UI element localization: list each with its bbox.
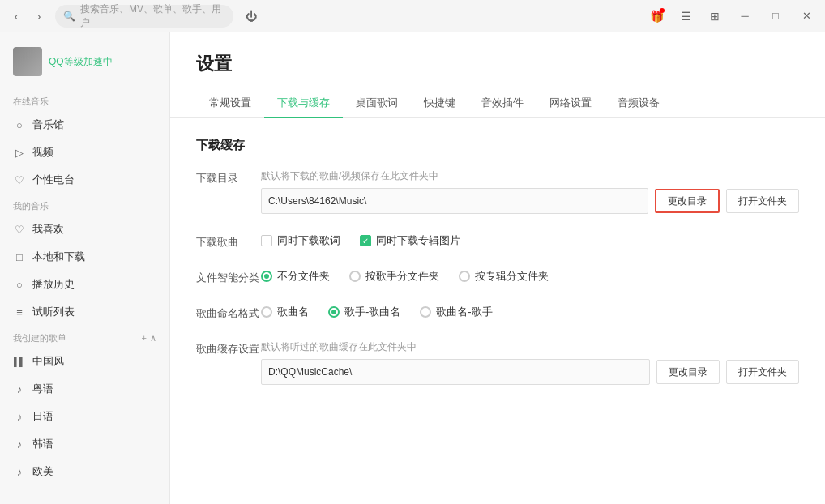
sidebar-item-japanese[interactable]: ♪ 日语: [0, 403, 169, 430]
setting-row-download-song: 下载歌曲 同时下载歌词 ✓ 同时下载专辑图片: [196, 233, 799, 250]
download-dir-path-box: C:\Users\84162\Music\: [261, 188, 648, 214]
no-folder-radio[interactable]: [261, 271, 272, 282]
sidebar-item-music-hall[interactable]: ○ 音乐馆: [0, 111, 169, 139]
add-playlist-button[interactable]: +: [142, 333, 147, 344]
tab-shortcuts[interactable]: 快捷键: [411, 89, 468, 118]
titlebar-right: 🎁 ☰ ⊞ ─ □ ✕: [645, 5, 819, 28]
power-icon[interactable]: ⏻: [240, 5, 263, 28]
list-icon: ≡: [13, 305, 26, 318]
sidebar-item-playlist[interactable]: ≡ 试听列表: [0, 298, 169, 326]
menu-icon[interactable]: ☰: [674, 5, 697, 28]
sidebar-item-local-download[interactable]: □ 本地和下载: [0, 243, 169, 271]
sidebar-item-cantonese[interactable]: ♪ 粤语: [0, 375, 169, 403]
tab-audio-device[interactable]: 音频设备: [605, 89, 673, 118]
tab-content-download: 下载缓存 下载目录 默认将下载的歌曲/视频保存在此文件夹中 C:\Users\8…: [170, 118, 825, 504]
sidebar-item-korean[interactable]: ♪ 韩语: [0, 430, 169, 458]
collapse-button[interactable]: ∧: [150, 333, 156, 344]
my-playlists-section-header: 我创建的歌单 + ∧: [0, 326, 169, 348]
close-button[interactable]: ✕: [794, 5, 819, 28]
by-artist-label: 按歌手分文件夹: [365, 269, 439, 284]
by-artist-radio[interactable]: [349, 271, 361, 282]
app-body: QQ等级加速中 在线音乐 ○ 音乐馆 ▷ 视频 ♡ 个性电台 我的音乐 ♡ 我喜…: [0, 32, 825, 504]
change-dir-button[interactable]: 更改目录: [655, 189, 720, 213]
tab-audio-plugins[interactable]: 音效插件: [468, 89, 536, 118]
main-content: 设置 常规设置 下载与缓存 桌面歌词 快捷键 音效插件 网络设置 音频设备 下载…: [170, 32, 825, 504]
cache-dir-label: 歌曲缓存设置: [196, 340, 261, 357]
download-icon: □: [13, 250, 26, 263]
sidebar-item-video[interactable]: ▷ 视频: [0, 139, 169, 166]
download-options-row: 同时下载歌词 ✓ 同时下载专辑图片: [261, 233, 799, 248]
format-name-artist-radio[interactable]: [420, 306, 431, 318]
playlist-actions: + ∧: [142, 333, 156, 344]
music-icon-3: ♪: [13, 438, 26, 451]
sidebar-item-western[interactable]: ♪ 欧美: [0, 458, 169, 485]
by-album-option[interactable]: 按专辑分文件夹: [459, 269, 549, 284]
sidebar-item-label: 本地和下载: [32, 250, 85, 264]
format-name-only-radio[interactable]: [261, 306, 272, 318]
sidebar-item-radio[interactable]: ♡ 个性电台: [0, 166, 169, 194]
cache-dir-path-row: D:\QQMusicCache\ 更改目录 打开文件夹: [261, 359, 799, 385]
by-album-label: 按专辑分文件夹: [475, 269, 549, 284]
layout-icon[interactable]: ⊞: [703, 5, 726, 28]
file-category-body: 不分文件夹 按歌手分文件夹 按专辑分文件夹: [261, 269, 799, 284]
download-album-art-checkbox[interactable]: ✓: [360, 235, 371, 246]
file-category-label: 文件智能分类: [196, 269, 261, 285]
no-folder-label: 不分文件夹: [277, 269, 330, 284]
titlebar-left: ‹ › 🔍 搜索音乐、MV、歌单、歌手、用户 ⏻: [6, 5, 263, 28]
sidebar-item-label: 中国风: [32, 354, 64, 369]
download-album-art-option[interactable]: ✓ 同时下载专辑图片: [360, 233, 460, 248]
maximize-button[interactable]: □: [763, 5, 788, 28]
song-format-options: 歌曲名 歌手-歌曲名 歌曲名-歌手: [261, 305, 799, 319]
tab-network[interactable]: 网络设置: [536, 89, 605, 118]
setting-row-cache-dir: 歌曲缓存设置 默认将听过的歌曲缓存在此文件夹中 D:\QQMusicCache\…: [196, 340, 799, 385]
format-name-artist-option[interactable]: 歌曲名-歌手: [420, 305, 492, 319]
chart-icon: ▌▌: [13, 355, 26, 368]
download-lyrics-option[interactable]: 同时下载歌词: [261, 233, 340, 248]
my-playlists-title: 我创建的歌单: [13, 332, 66, 344]
open-dir-button[interactable]: 打开文件夹: [726, 189, 799, 213]
format-name-only-label: 歌曲名: [277, 305, 309, 319]
format-artist-name-radio[interactable]: [328, 306, 340, 318]
radio-icon: ♡: [13, 173, 26, 186]
cache-dir-path-text: D:\QQMusicCache\: [268, 366, 352, 378]
user-profile[interactable]: QQ等级加速中: [0, 41, 169, 89]
download-dir-path-row: C:\Users\84162\Music\ 更改目录 打开文件夹: [261, 188, 799, 214]
music-icon-4: ♪: [13, 465, 26, 478]
nav-forward-button[interactable]: ›: [29, 6, 49, 26]
notification-dot: [660, 8, 665, 13]
search-placeholder: 搜索音乐、MV、歌单、歌手、用户: [80, 2, 225, 30]
search-bar[interactable]: 🔍 搜索音乐、MV、歌单、歌手、用户: [55, 5, 233, 28]
nav-buttons: ‹ ›: [6, 6, 49, 26]
by-artist-option[interactable]: 按歌手分文件夹: [349, 269, 439, 284]
download-album-art-label: 同时下载专辑图片: [376, 233, 460, 248]
minimize-button[interactable]: ─: [733, 5, 757, 28]
gift-icon[interactable]: 🎁: [645, 5, 668, 28]
tab-desktop-lyrics[interactable]: 桌面歌词: [343, 89, 411, 118]
section-title-download-cache: 下载缓存: [196, 138, 799, 153]
my-music-section-title: 我的音乐: [0, 194, 169, 216]
format-artist-name-label: 歌手-歌曲名: [344, 305, 400, 319]
download-dir-desc: 默认将下载的歌曲/视频保存在此文件夹中: [261, 169, 799, 183]
sidebar-item-label: 我喜欢: [32, 222, 64, 237]
change-cache-dir-button[interactable]: 更改目录: [656, 360, 720, 384]
music-icon-1: ♪: [13, 382, 26, 395]
download-lyrics-checkbox[interactable]: [261, 235, 272, 246]
tab-general[interactable]: 常规设置: [196, 89, 264, 118]
sidebar-item-favorites[interactable]: ♡ 我喜欢: [0, 216, 169, 243]
titlebar: ‹ › 🔍 搜索音乐、MV、歌单、歌手、用户 ⏻ 🎁 ☰ ⊞ ─ □ ✕: [0, 0, 825, 32]
download-lyrics-label: 同时下载歌词: [277, 233, 340, 248]
sidebar-item-chinese[interactable]: ▌▌ 中国风: [0, 348, 169, 375]
setting-row-download-dir: 下载目录 默认将下载的歌曲/视频保存在此文件夹中 C:\Users\84162\…: [196, 169, 799, 214]
nav-back-button[interactable]: ‹: [6, 6, 26, 26]
setting-row-file-category: 文件智能分类 不分文件夹 按歌手分文件夹 按专辑分文件夹: [196, 269, 799, 285]
tab-download-cache[interactable]: 下载与缓存: [264, 89, 343, 118]
format-name-only-option[interactable]: 歌曲名: [261, 305, 309, 319]
by-album-radio[interactable]: [459, 271, 470, 282]
format-artist-name-option[interactable]: 歌手-歌曲名: [328, 305, 400, 319]
open-cache-dir-button[interactable]: 打开文件夹: [726, 360, 799, 384]
history-icon: ○: [13, 278, 26, 291]
sidebar-item-label: 播放历史: [32, 277, 75, 292]
sidebar-item-history[interactable]: ○ 播放历史: [0, 271, 169, 298]
no-folder-option[interactable]: 不分文件夹: [261, 269, 330, 284]
sidebar: QQ等级加速中 在线音乐 ○ 音乐馆 ▷ 视频 ♡ 个性电台 我的音乐 ♡ 我喜…: [0, 32, 170, 504]
